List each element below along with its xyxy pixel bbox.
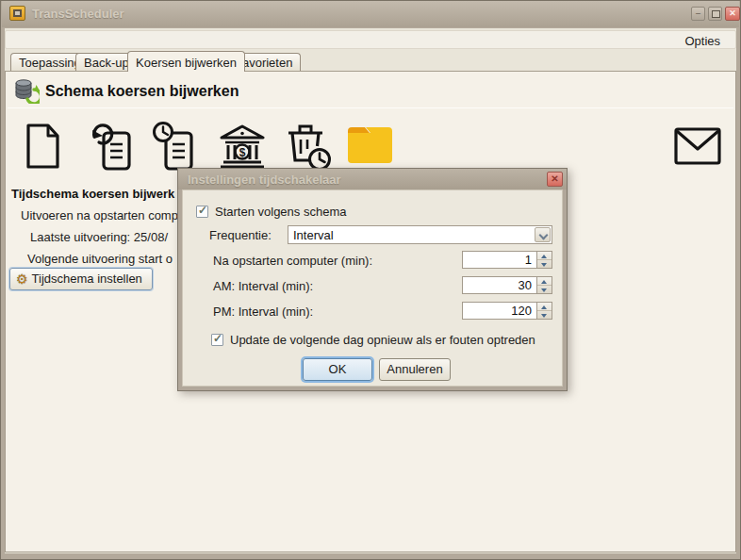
new-document-icon[interactable]	[22, 123, 63, 170]
close-button[interactable]: ✕	[725, 7, 740, 21]
after-startup-spinner[interactable]	[536, 252, 552, 268]
frequency-dropdown[interactable]: Interval	[288, 225, 552, 244]
spin-down-icon[interactable]	[537, 286, 552, 294]
start-schedule-label: Starten volgens schema	[215, 205, 346, 219]
after-startup-value[interactable]	[463, 252, 535, 268]
am-interval-value[interactable]	[463, 277, 535, 293]
after-startup-input[interactable]	[462, 251, 552, 269]
minimize-button[interactable]: –	[691, 7, 705, 21]
start-schedule-checkbox[interactable]	[196, 206, 208, 218]
tab-koersen-bijwerken[interactable]: Koersen bijwerken	[127, 51, 245, 72]
titlebar[interactable]: TransScheduler – ✕	[2, 1, 739, 27]
am-interval-input[interactable]	[462, 276, 552, 294]
page-title: Schema koersen bijwerken	[45, 83, 239, 100]
dialog-body: Starten volgens schema Frequentie: Inter…	[182, 189, 563, 387]
pm-interval-input[interactable]	[462, 302, 552, 320]
schedule-info-line-1: Uitvoeren na opstarten comp	[21, 208, 178, 222]
refresh-document-icon[interactable]	[89, 121, 140, 172]
bank-icon[interactable]: $	[217, 123, 268, 170]
maximize-button[interactable]	[708, 7, 722, 21]
menubar: Opties	[5, 30, 736, 49]
am-interval-spinner[interactable]	[536, 277, 552, 293]
mail-icon[interactable]	[673, 126, 722, 166]
spin-up-icon[interactable]	[537, 277, 552, 286]
pm-interval-label: PM: Interval (min):	[213, 305, 313, 319]
cancel-button[interactable]: Annuleren	[379, 358, 451, 381]
frequency-value: Interval	[293, 228, 334, 242]
folder-icon[interactable]	[346, 124, 397, 167]
frequency-label: Frequentie:	[209, 228, 272, 242]
dropdown-arrow-icon[interactable]	[535, 227, 551, 242]
dialog-title: Instellingen tijdschakelaar	[188, 173, 341, 187]
schedule-info-line-3: Volgende uitvoering start o	[27, 252, 173, 266]
spin-down-icon[interactable]	[537, 260, 552, 269]
gear-icon: ⚙	[16, 272, 28, 287]
divider	[8, 107, 733, 108]
schedule-info-title: Tijdschema koersen bijwerk	[11, 187, 174, 201]
app-icon	[9, 6, 25, 21]
set-schedule-button-label: Tijdschema instellen	[32, 272, 142, 286]
window-title: TransScheduler	[32, 7, 124, 21]
retry-label: Update de volgende dag opnieuw als er fo…	[230, 333, 535, 347]
pm-interval-value[interactable]	[463, 303, 535, 319]
svg-text:$: $	[239, 146, 246, 159]
pm-interval-spinner[interactable]	[536, 303, 552, 319]
spin-up-icon[interactable]	[537, 303, 552, 311]
after-startup-label: Na opstarten computer (min):	[213, 254, 372, 268]
schedule-info-line-2: Laatste uitvoering: 25/08/	[30, 230, 168, 244]
dialog-titlebar[interactable]: Instellingen tijdschakelaar ✕	[178, 169, 567, 189]
ok-button[interactable]: OK	[303, 358, 372, 381]
spin-up-icon[interactable]	[537, 252, 552, 260]
scheduled-document-icon[interactable]	[151, 121, 202, 172]
database-refresh-icon	[13, 77, 40, 104]
set-schedule-button[interactable]: ⚙Tijdschema instellen	[9, 268, 153, 290]
delete-schedule-icon[interactable]	[281, 121, 334, 173]
am-interval-label: AM: Interval (min):	[213, 279, 313, 293]
settings-dialog: Instellingen tijdschakelaar ✕ Starten vo…	[177, 168, 568, 391]
retry-checkbox[interactable]	[211, 334, 223, 346]
menu-opties[interactable]: Opties	[677, 32, 728, 50]
spin-down-icon[interactable]	[537, 311, 552, 320]
app-window: TransScheduler – ✕ Opties Toepassing Bac…	[0, 0, 741, 560]
dialog-close-button[interactable]: ✕	[547, 172, 563, 187]
